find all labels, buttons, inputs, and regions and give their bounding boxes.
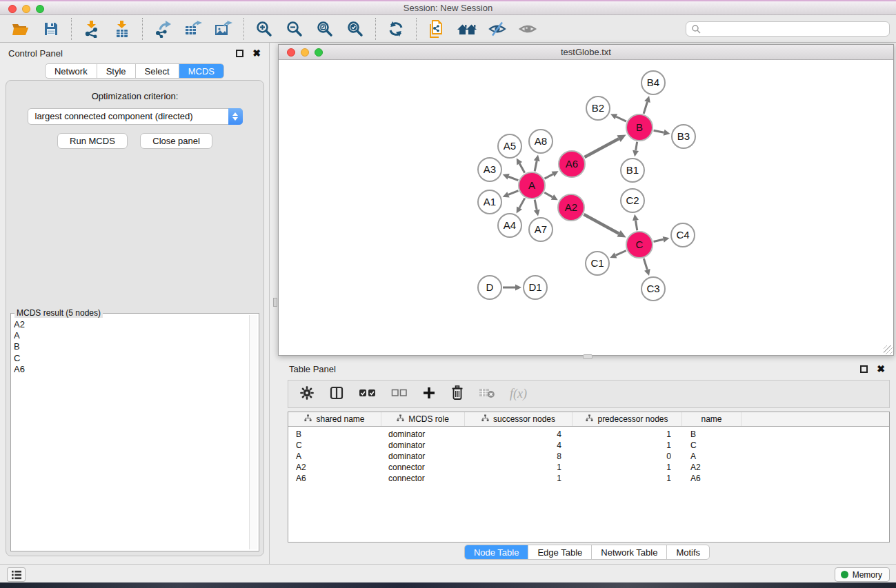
node-B3[interactable]: B3 <box>672 125 695 148</box>
resize-grip-icon[interactable] <box>884 345 893 354</box>
node-B1[interactable]: B1 <box>621 159 644 182</box>
zoom-out-icon[interactable] <box>279 17 310 41</box>
optimization-criterion-dropdown[interactable]: largest connected component (directed) <box>28 108 243 125</box>
edge-A-A8[interactable] <box>534 155 540 172</box>
node-C3[interactable]: C3 <box>641 277 665 301</box>
refresh-icon[interactable] <box>381 17 411 41</box>
tab-node-table[interactable]: Node Table <box>465 545 528 559</box>
cell-name[interactable]: A <box>682 452 741 461</box>
cell-successor-nodes[interactable]: 8 <box>465 452 573 461</box>
node-D[interactable]: D <box>478 276 501 299</box>
edge-C-C4[interactable] <box>653 236 669 243</box>
column-header-predecessor-nodes[interactable]: predecessor nodes <box>573 412 682 426</box>
tab-style[interactable]: Style <box>97 64 135 78</box>
run-mcds-button[interactable]: Run MCDS <box>57 133 128 149</box>
edge-B-B3[interactable] <box>654 130 670 136</box>
columns-icon[interactable] <box>329 385 344 403</box>
import-table-icon[interactable] <box>107 17 137 41</box>
tab-network-table[interactable]: Network Table <box>591 545 666 559</box>
node-C1[interactable]: C1 <box>586 252 609 275</box>
table-row[interactable]: Bdominator41B <box>288 429 889 440</box>
edge-A2-C[interactable] <box>584 214 626 237</box>
edge-A-A4[interactable] <box>517 198 525 213</box>
node-C2[interactable]: C2 <box>621 189 644 212</box>
copy-network-icon[interactable] <box>421 17 452 41</box>
column-header-MCDS-role[interactable]: MCDS role <box>381 412 465 426</box>
table-row[interactable]: Adominator80A <box>288 451 889 462</box>
zoom-selected-icon[interactable] <box>340 17 370 41</box>
result-item-a6[interactable]: A6 <box>14 364 248 375</box>
edge-A-A6[interactable] <box>545 171 559 179</box>
node-A4[interactable]: A4 <box>498 214 521 237</box>
cell-predecessor-nodes[interactable]: 1 <box>573 474 682 483</box>
column-header-shared-name[interactable]: shared name <box>288 412 381 426</box>
cell-MCDS-role[interactable]: dominator <box>381 440 465 450</box>
edge-A-A7[interactable] <box>534 200 540 216</box>
cell-name[interactable]: B <box>682 429 741 439</box>
cell-MCDS-role[interactable]: dominator <box>381 452 465 461</box>
cell-successor-nodes[interactable]: 4 <box>465 429 573 439</box>
cell-predecessor-nodes[interactable]: 0 <box>573 452 682 461</box>
edge-A-A5[interactable] <box>517 158 525 172</box>
table-row[interactable]: Cdominator41C <box>288 440 889 451</box>
show-hidden-icon[interactable] <box>512 17 543 41</box>
add-column-icon[interactable] <box>422 386 436 403</box>
cell-shared-name[interactable]: A6 <box>288 474 381 483</box>
cell-predecessor-nodes[interactable]: 1 <box>573 429 682 439</box>
node-A1[interactable]: A1 <box>478 190 501 214</box>
close-panel-button[interactable]: Close panel <box>140 133 212 149</box>
tab-network[interactable]: Network <box>46 64 97 78</box>
gear-icon[interactable] <box>299 385 315 403</box>
node-B4[interactable]: B4 <box>641 71 665 94</box>
open-session-icon[interactable] <box>6 17 36 41</box>
node-A8[interactable]: A8 <box>529 130 552 153</box>
network-minimize-button[interactable] <box>301 48 309 57</box>
search-input[interactable] <box>686 21 890 37</box>
cell-predecessor-nodes[interactable]: 1 <box>573 463 682 472</box>
tab-motifs[interactable]: Motifs <box>666 545 709 559</box>
tab-select[interactable]: Select <box>135 64 179 78</box>
memory-button[interactable]: Memory <box>835 567 890 582</box>
deselect-all-icon[interactable] <box>391 388 408 401</box>
select-all-icon[interactable] <box>359 387 377 401</box>
home-icon[interactable] <box>452 17 482 41</box>
node-A3[interactable]: A3 <box>478 158 501 181</box>
node-A5[interactable]: A5 <box>498 134 521 158</box>
scrollbar-thumb[interactable] <box>273 298 277 307</box>
result-item-a[interactable]: A <box>14 330 248 341</box>
mcds-result-list[interactable]: A2ABCA6 <box>14 319 248 549</box>
edge-A-A2[interactable] <box>544 192 558 200</box>
hide-selected-icon[interactable] <box>482 17 512 41</box>
delete-icon[interactable] <box>450 385 464 403</box>
cell-MCDS-role[interactable]: connector <box>381 463 465 472</box>
edge-D-D1[interactable] <box>503 285 521 291</box>
tab-mcds[interactable]: MCDS <box>179 64 223 78</box>
save-session-icon[interactable] <box>36 17 66 41</box>
cell-successor-nodes[interactable]: 4 <box>465 440 573 450</box>
export-network-icon[interactable] <box>148 17 178 41</box>
network-canvas[interactable]: B4B2BB3A5A8A6B1A3AC2A1A2A4A7C4CC1C3DD1 <box>279 60 893 355</box>
node-A2[interactable]: A2 <box>558 194 584 221</box>
cell-name[interactable]: A6 <box>682 474 741 483</box>
dropdown-stepper-icon[interactable] <box>228 108 243 125</box>
node-A6[interactable]: A6 <box>559 151 585 177</box>
edge-A6-B[interactable] <box>584 134 626 157</box>
cell-MCDS-role[interactable]: connector <box>381 474 465 483</box>
zoom-in-icon[interactable] <box>249 17 279 41</box>
column-header-name[interactable]: name <box>682 412 741 426</box>
zoom-fit-icon[interactable] <box>310 17 340 41</box>
table-float-icon[interactable] <box>860 365 868 373</box>
edge-A-A3[interactable] <box>503 174 519 181</box>
network-maximize-button[interactable] <box>315 48 323 57</box>
node-D1[interactable]: D1 <box>524 276 547 299</box>
cell-shared-name[interactable]: A2 <box>288 463 381 472</box>
table-close-icon[interactable]: ✖ <box>877 365 885 373</box>
edge-C-C2[interactable] <box>633 214 639 230</box>
network-close-button[interactable] <box>287 48 295 57</box>
export-table-icon[interactable] <box>178 17 208 41</box>
minimize-window-button[interactable] <box>22 5 30 13</box>
table-row[interactable]: A6connector11A6 <box>288 473 889 484</box>
cell-shared-name[interactable]: A <box>288 452 381 461</box>
result-item-b[interactable]: B <box>14 341 248 352</box>
result-item-c[interactable]: C <box>14 353 248 364</box>
